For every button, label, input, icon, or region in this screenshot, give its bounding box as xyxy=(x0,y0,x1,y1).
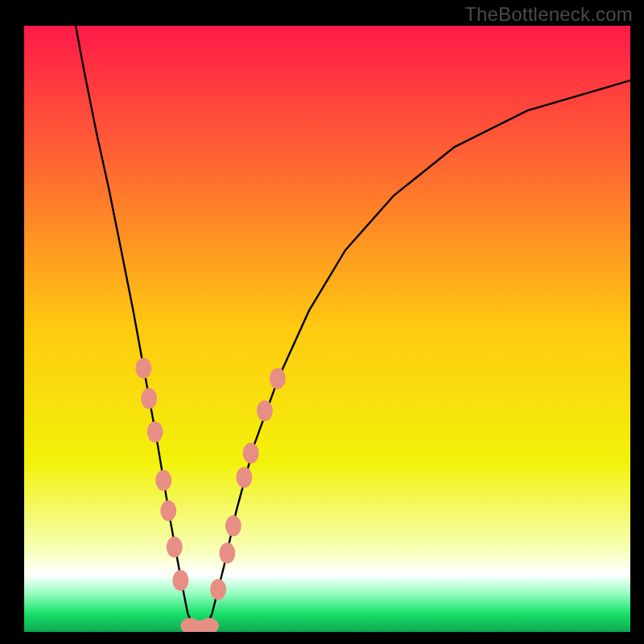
data-marker-right xyxy=(257,400,273,421)
data-marker-right xyxy=(210,579,226,600)
data-marker-left xyxy=(147,422,163,443)
gradient-background xyxy=(24,26,630,632)
data-marker-left xyxy=(141,388,157,409)
data-marker-left xyxy=(167,537,183,558)
chart-frame: TheBottleneck.com xyxy=(0,0,644,644)
bottleneck-chart xyxy=(0,0,644,644)
frame-border xyxy=(630,26,644,632)
data-marker-left xyxy=(172,570,188,591)
data-marker-left xyxy=(160,500,176,521)
frame-border xyxy=(0,632,644,644)
data-marker-right xyxy=(270,368,286,389)
data-marker-right xyxy=(236,467,252,488)
watermark-text: TheBottleneck.com xyxy=(464,3,633,26)
data-marker-left xyxy=(135,357,151,378)
data-marker-right xyxy=(225,515,242,536)
data-marker-right xyxy=(243,443,259,464)
data-marker-right xyxy=(219,543,235,564)
data-marker-bottom xyxy=(200,618,219,634)
data-marker-left xyxy=(155,470,171,491)
frame-border xyxy=(0,26,24,632)
